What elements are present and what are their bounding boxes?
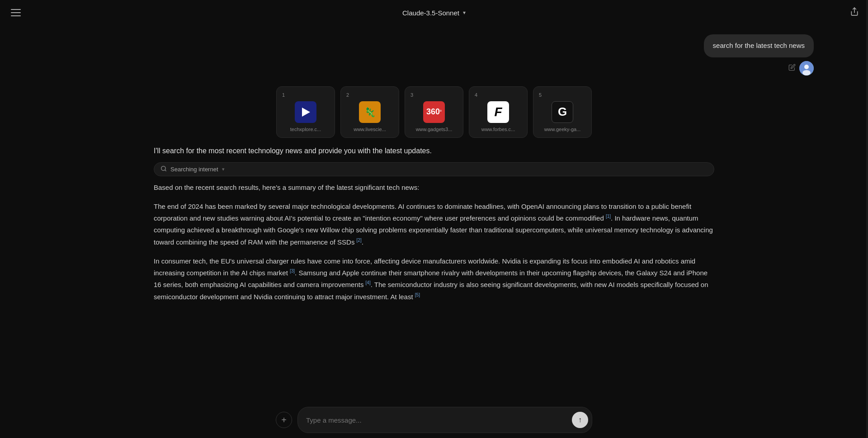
scrollbar-track <box>866 0 868 438</box>
svg-marker-4 <box>302 108 310 117</box>
source-url-1: techxplore.c... <box>282 127 329 132</box>
source-icon-5: G <box>552 101 573 123</box>
intro-text: I'll search for the most recent technolo… <box>154 147 432 155</box>
source-card-3[interactable]: 3 360° www.gadgets3... <box>405 86 463 138</box>
source-url-2: www.livescie... <box>346 127 393 132</box>
source-number-3: 3 <box>410 92 413 98</box>
source-number-2: 2 <box>346 92 349 98</box>
citation-4[interactable]: [4] <box>366 280 371 285</box>
chat-area: search for the latest tech news 1 techxp… <box>0 25 868 406</box>
source-cards: 1 techxplore.c... 2 🦎 www.livescie... 3 … <box>0 79 868 145</box>
summary-header: Based on the recent search results, here… <box>154 182 714 193</box>
source-number-4: 4 <box>475 92 477 98</box>
assistant-intro: I'll search for the most recent technolo… <box>0 145 868 157</box>
input-container: + ↑ <box>276 407 592 433</box>
user-message-text: search for the latest tech news <box>713 42 805 49</box>
model-name: Claude-3.5-Sonnet <box>402 9 459 17</box>
searching-label: Searching internet <box>170 166 218 173</box>
source-icon-4: F <box>487 101 509 123</box>
paragraph-2: In consumer tech, the EU's universal cha… <box>154 255 714 303</box>
header: Claude-3.5-Sonnet ▾ <box>0 0 868 25</box>
edit-icon[interactable] <box>788 64 796 73</box>
source-icon-1 <box>295 101 316 123</box>
model-selector[interactable]: Claude-3.5-Sonnet ▾ <box>402 9 466 17</box>
source-icon-3: 360° <box>423 101 445 123</box>
menu-line-1 <box>11 9 21 10</box>
citation-3[interactable]: [3] <box>290 268 295 273</box>
source-card-2[interactable]: 2 🦎 www.livescie... <box>340 86 399 138</box>
menu-line-3 <box>11 15 21 16</box>
source-number-5: 5 <box>539 92 542 98</box>
svg-point-3 <box>802 70 811 75</box>
source-number-1: 1 <box>282 92 285 98</box>
menu-button[interactable] <box>9 7 23 18</box>
message-actions <box>0 61 868 75</box>
share-button[interactable] <box>850 7 859 19</box>
searching-pill[interactable]: Searching internet ▾ <box>154 162 714 176</box>
search-icon <box>160 165 167 173</box>
message-input[interactable] <box>306 416 568 424</box>
user-message-container: search for the latest tech news <box>0 25 868 61</box>
avatar <box>799 61 814 75</box>
add-attachment-button[interactable]: + <box>276 412 292 428</box>
citation-5[interactable]: [5] <box>415 292 420 297</box>
citation-2[interactable]: [2] <box>357 238 362 243</box>
source-url-4: www.forbes.c... <box>475 127 522 132</box>
chevron-down-icon: ▾ <box>463 9 466 16</box>
svg-point-2 <box>804 65 809 69</box>
citation-1[interactable]: [1] <box>606 214 611 219</box>
user-message-bubble: search for the latest tech news <box>704 34 814 57</box>
chevron-down-icon: ▾ <box>222 166 225 172</box>
send-icon: ↑ <box>578 416 582 424</box>
content-area: Based on the recent search results, here… <box>0 182 868 310</box>
source-icon-2: 🦎 <box>359 101 381 123</box>
input-field-wrapper: ↑ <box>297 407 592 433</box>
source-url-3: www.gadgets3... <box>410 127 458 132</box>
plus-icon: + <box>281 415 287 425</box>
source-url-5: www.geeky-ga... <box>539 127 586 132</box>
source-card-5[interactable]: 5 G www.geeky-ga... <box>533 86 592 138</box>
input-area: + ↑ <box>0 402 868 438</box>
svg-line-6 <box>165 170 166 171</box>
menu-line-2 <box>11 12 21 13</box>
source-card-1[interactable]: 1 techxplore.c... <box>276 86 335 138</box>
send-button[interactable]: ↑ <box>572 412 588 428</box>
paragraph-1: The end of 2024 has been marked by sever… <box>154 201 714 248</box>
source-card-4[interactable]: 4 F www.forbes.c... <box>469 86 528 138</box>
